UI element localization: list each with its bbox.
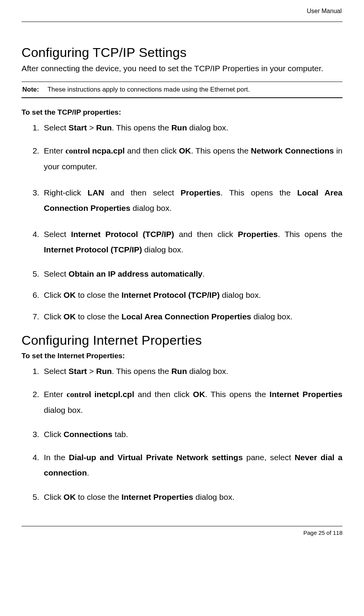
step-2-5: Click OK to close the Internet Propertie… bbox=[42, 491, 342, 502]
step-1-4: Select Internet Protocol (TCP/IP) and th… bbox=[42, 227, 342, 257]
step-2-3: Click Connections tab. bbox=[42, 429, 342, 440]
step-1-3: Right-click LAN and then select Properti… bbox=[42, 185, 342, 216]
note-block: Note: These instructions apply to connec… bbox=[22, 82, 342, 98]
section1-steps: Select Start > Run. This opens the Run d… bbox=[22, 122, 342, 322]
section1-subhead: To set the TCP/IP properties: bbox=[22, 108, 342, 117]
step-1-1: Select Start > Run. This opens the Run d… bbox=[42, 122, 342, 133]
header-rule bbox=[22, 22, 342, 22]
section2-title: Configuring Internet Properties bbox=[22, 333, 342, 348]
header-label: User Manual bbox=[22, 8, 342, 15]
step-1-7: Click OK to close the Local Area Connect… bbox=[42, 311, 342, 322]
section2-subhead: To set the Internet Properties: bbox=[22, 352, 342, 360]
note-label: Note: bbox=[22, 86, 39, 93]
note-text: These instructions apply to connections … bbox=[47, 86, 249, 93]
footer-label: Page 25 of 118 bbox=[22, 529, 342, 536]
step-2-4: In the Dial-up and Virtual Private Netwo… bbox=[42, 450, 342, 481]
step-2-2: Enter control inetcpl.cpl and then click… bbox=[42, 387, 342, 418]
step-1-2: Enter control ncpa.cpl and then click OK… bbox=[42, 143, 342, 174]
section1-title: Configuring TCP/IP Settings bbox=[22, 45, 342, 60]
page-container: User Manual Configuring TCP/IP Settings … bbox=[0, 0, 364, 545]
footer-rule bbox=[22, 526, 342, 526]
section1-lead: After connecting the device, you need to… bbox=[22, 64, 342, 73]
section2-steps: Select Start > Run. This opens the Run d… bbox=[22, 366, 342, 503]
step-2-1: Select Start > Run. This opens the Run d… bbox=[42, 366, 342, 377]
step-1-6: Click OK to close the Internet Protocol … bbox=[42, 289, 342, 300]
step-1-5: Select Obtain an IP address automaticall… bbox=[42, 268, 342, 279]
